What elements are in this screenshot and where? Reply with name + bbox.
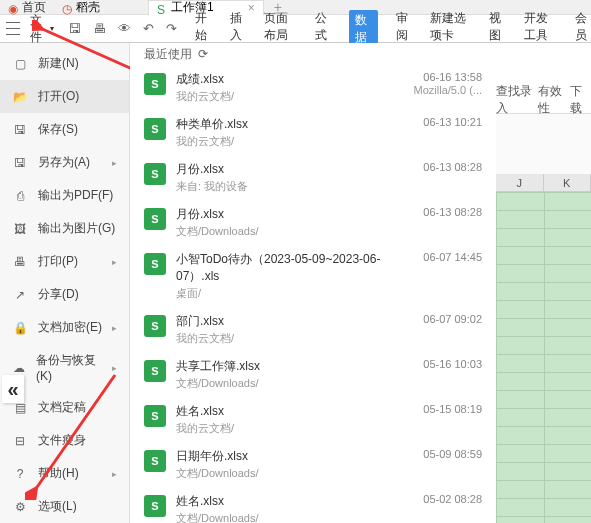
sidebar-item-exportpdf[interactable]: ⎙ 输出为PDF(F) — [0, 179, 129, 212]
toolbar-download[interactable]: 下载 — [570, 83, 591, 117]
spreadsheet-icon: S — [157, 3, 167, 13]
ribbon-tab-insert[interactable]: 插入 — [230, 10, 246, 48]
spreadsheet-file-icon: S — [144, 315, 166, 337]
sidebar-item-exportimage[interactable]: 🖼 输出为图片(G) — [0, 212, 129, 245]
file-path: 我的云文档/ — [176, 331, 382, 346]
spreadsheet-file-icon: S — [144, 73, 166, 95]
file-date: 05-16 10:03 — [392, 358, 482, 370]
col-header-j[interactable]: J — [496, 174, 544, 191]
file-row[interactable]: S部门.xlsx我的云文档/06-07 09:02 — [130, 307, 496, 352]
ribbon-tabs: 开始 插入 页面布局 公式 数据 审阅 新建选项卡 视图 开发工具 会员 — [195, 10, 591, 48]
saveas-icon: 🖫 — [12, 155, 28, 171]
file-row[interactable]: S日期年份.xlsx文档/Downloads/05-09 08:59 — [130, 442, 496, 487]
sidebar-item-encrypt[interactable]: 🔒 文档加密(E) ▸ — [0, 311, 129, 344]
file-name: 日期年份.xlsx — [176, 448, 382, 465]
ribbon-tab-newtab[interactable]: 新建选项卡 — [430, 10, 471, 48]
file-menu-label: 文件 — [30, 12, 48, 46]
redo-icon[interactable]: ↷ — [166, 21, 177, 36]
file-row[interactable]: S姓名.xlsx我的云文档/05-15 08:19 — [130, 397, 496, 442]
sidebar-item-saveas[interactable]: 🖫 另存为(A) ▸ — [0, 146, 129, 179]
spreadsheet-file-icon: S — [144, 253, 166, 275]
gear-icon: ⚙ — [12, 499, 28, 515]
file-name: 种类单价.xlsx — [176, 116, 382, 133]
file-row[interactable]: S月份.xlsx来自: 我的设备06-13 08:28 — [130, 155, 496, 200]
file-date: 05-15 08:19 — [392, 403, 482, 415]
undo-icon[interactable]: ↶ — [143, 21, 154, 36]
sidebar-item-save[interactable]: 🖫 保存(S) — [0, 113, 129, 146]
toolbar-validity[interactable]: 有效性 — [538, 83, 570, 117]
file-path: 我的云文档/ — [176, 89, 382, 104]
collapse-chevron-icon[interactable]: « — [2, 375, 24, 403]
preview-icon[interactable]: 👁 — [118, 21, 131, 36]
sidebar-label-new: 新建(N) — [38, 55, 79, 72]
spreadsheet-file-icon: S — [144, 118, 166, 140]
chevron-right-icon: ▸ — [112, 469, 117, 479]
file-name: 成绩.xlsx — [176, 71, 382, 88]
sidebar-label-open: 打开(O) — [38, 88, 79, 105]
file-list: S成绩.xlsx我的云文档/06-16 13:58Mozilla/5.0 (..… — [130, 65, 496, 523]
chevron-right-icon: ▸ — [112, 363, 117, 373]
file-date: 06-07 09:02 — [392, 313, 482, 325]
sidebar-item-options[interactable]: ⚙ 选项(L) — [0, 490, 129, 523]
sidebar-label-backup: 备份与恢复(K) — [36, 352, 102, 383]
print-icon[interactable]: 🖶 — [93, 21, 106, 36]
hamburger-icon[interactable] — [6, 20, 20, 38]
ribbon-tab-formula[interactable]: 公式 — [315, 10, 331, 48]
spreadsheet-file-icon: S — [144, 208, 166, 230]
refresh-icon[interactable]: ⟳ — [198, 47, 208, 61]
ribbon-tab-data[interactable]: 数据 — [349, 10, 377, 48]
tab-daoke[interactable]: ◷ 稻壳 — [54, 0, 108, 15]
ribbon-tab-devtools[interactable]: 开发工具 — [524, 10, 557, 48]
chevron-right-icon: ▸ — [112, 158, 117, 168]
file-menu-dropdown[interactable]: 文件 ▾ — [26, 12, 58, 46]
pdf-icon: ⎙ — [12, 188, 28, 204]
file-name: 姓名.xlsx — [176, 403, 382, 420]
tab-daoke-label: 稻壳 — [76, 0, 100, 16]
sidebar-item-help[interactable]: ? 帮助(H) ▸ — [0, 457, 129, 490]
file-path: 我的云文档/ — [176, 421, 382, 436]
sidebar-item-slim[interactable]: ⊟ 文件瘦身 — [0, 424, 129, 457]
sidebar-label-saveas: 另存为(A) — [38, 154, 90, 171]
sidebar-item-print[interactable]: 🖶 打印(P) ▸ — [0, 245, 129, 278]
backup-icon: ☁ — [12, 360, 26, 376]
help-icon: ? — [12, 466, 28, 482]
file-row[interactable]: S小智ToDo待办（2023-05-09~2023-06-07）.xls桌面/0… — [130, 245, 496, 307]
spreadsheet-file-icon: S — [144, 405, 166, 427]
sidebar-item-share[interactable]: ↗ 分享(D) — [0, 278, 129, 311]
sidebar-label-slim: 文件瘦身 — [38, 432, 86, 449]
home-icon: ◉ — [8, 2, 18, 12]
file-name: 月份.xlsx — [176, 206, 382, 223]
spreadsheet-grid[interactable]: 查找录入 有效性 下载 J K — [496, 86, 591, 523]
lock-icon: 🔒 — [12, 320, 28, 336]
sidebar-label-save: 保存(S) — [38, 121, 78, 138]
sidebar-item-new[interactable]: ▢ 新建(N) — [0, 47, 129, 80]
daoke-icon: ◷ — [62, 2, 72, 12]
file-row[interactable]: S种类单价.xlsx我的云文档/06-13 10:21 — [130, 110, 496, 155]
ribbon-tab-pagelayout[interactable]: 页面布局 — [264, 10, 297, 48]
toolbar-findrecord[interactable]: 查找录入 — [496, 83, 538, 117]
col-header-k[interactable]: K — [544, 174, 592, 191]
ribbon-tab-view[interactable]: 视图 — [489, 10, 505, 48]
print-icon: 🖶 — [12, 254, 28, 270]
grid-column-headers: J K — [496, 174, 591, 192]
save-icon: 🖫 — [12, 122, 28, 138]
file-date: 06-07 14:45 — [392, 251, 482, 263]
ribbon-tab-member[interactable]: 会员 — [575, 10, 591, 48]
sidebar-label-share: 分享(D) — [38, 286, 79, 303]
file-row[interactable]: S姓名.xlsx文档/Downloads/05-02 08:28 — [130, 487, 496, 523]
file-row[interactable]: S共享工作簿.xlsx文档/Downloads/05-16 10:03 — [130, 352, 496, 397]
share-icon: ↗ — [12, 287, 28, 303]
file-path: 来自: 我的设备 — [176, 179, 382, 194]
sidebar-item-open[interactable]: 📂 打开(O) — [0, 80, 129, 113]
ribbon-tab-start[interactable]: 开始 — [195, 10, 211, 48]
file-row[interactable]: S成绩.xlsx我的云文档/06-16 13:58Mozilla/5.0 (..… — [130, 65, 496, 110]
save-icon[interactable]: 🖫 — [68, 21, 81, 36]
file-date: 06-13 10:21 — [392, 116, 482, 128]
file-path: 文档/Downloads/ — [176, 466, 382, 481]
file-path: 文档/Downloads/ — [176, 376, 382, 391]
file-row[interactable]: S月份.xlsx文档/Downloads/06-13 08:28 — [130, 200, 496, 245]
ribbon-tab-review[interactable]: 审阅 — [396, 10, 412, 48]
sidebar-label-exportpdf: 输出为PDF(F) — [38, 187, 113, 204]
new-file-icon: ▢ — [12, 56, 28, 72]
sidebar-label-print: 打印(P) — [38, 253, 78, 270]
